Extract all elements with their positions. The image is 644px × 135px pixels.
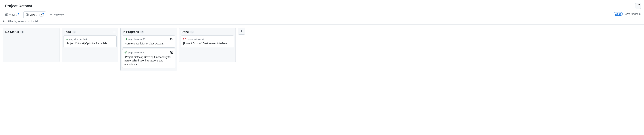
tab-options-button[interactable] (39, 13, 44, 17)
page-title: Project Octocat (3, 4, 32, 8)
filter-input[interactable] (8, 20, 641, 23)
card-item[interactable]: project-octocat #4 [Project Octocat] Opt… (63, 36, 116, 47)
column-no-status[interactable]: No Status 0 (3, 28, 60, 62)
column-todo[interactable]: Todo 1 project-octocat #4 [Project Octoc… (62, 28, 118, 62)
svg-rect-3 (26, 14, 28, 16)
unsaved-dot-icon (18, 13, 19, 15)
svg-point-7 (66, 38, 67, 39)
column-title: Todo (64, 30, 71, 34)
plus-icon (50, 13, 52, 16)
column-title: Done (182, 30, 189, 34)
settings-button[interactable] (635, 3, 641, 9)
card-ref: project-octocat #3 (128, 51, 146, 54)
column-menu-button[interactable] (230, 31, 233, 34)
give-feedback-link[interactable]: Give feedback (625, 13, 641, 15)
card-item[interactable]: project-octocat #1 Front-end work for Pr… (122, 36, 175, 48)
gear-icon (637, 4, 640, 8)
table-icon (5, 13, 8, 17)
svg-rect-0 (6, 14, 8, 16)
column-done[interactable]: Done 1 project-octocat #2 [Project Octoc… (179, 28, 236, 62)
open-issue-icon (124, 38, 127, 41)
card-ref: project-octocat #4 (69, 38, 87, 40)
count-badge: 0 (20, 31, 24, 34)
svg-point-12 (125, 52, 126, 53)
column-title: No Status (5, 30, 19, 34)
add-column-button[interactable] (238, 28, 245, 35)
card-title: Front-end work for Project Octocat (124, 42, 173, 46)
tab-label: View 1 (9, 13, 17, 16)
column-title: In Progress (123, 30, 139, 34)
board-icon (26, 13, 29, 17)
search-icon (3, 20, 6, 23)
open-issue-icon (124, 51, 127, 54)
column-menu-button[interactable] (172, 31, 174, 34)
new-view-button[interactable]: New view (48, 12, 67, 18)
board: No Status 0 Todo 1 project-octocat #4 (0, 25, 644, 74)
card-item[interactable]: project-octocat #2 [Project Octocat] Des… (181, 36, 234, 47)
card-title: [Project Octocat] Optimize for mobile (66, 42, 114, 45)
count-badge: 1 (72, 31, 76, 34)
open-issue-icon (66, 38, 68, 41)
closed-issue-icon (183, 38, 186, 41)
column-menu-button[interactable] (113, 31, 116, 34)
count-badge: 1 (190, 31, 194, 34)
card-title: [Project Octocat] Design user interface (183, 42, 232, 45)
assignee-avatar[interactable] (170, 38, 173, 41)
tab-label: View 2 (30, 13, 38, 16)
plus-icon (240, 30, 243, 33)
assignee-avatar[interactable] (170, 51, 173, 54)
alpha-badge: Alpha (614, 12, 623, 16)
column-in-progress[interactable]: In Progress 2 project-octocat #1 Front-e (120, 28, 177, 71)
card-item[interactable]: project-octocat #3 [Project Octocat] Dev… (122, 49, 175, 68)
card-ref: project-octocat #2 (187, 38, 204, 40)
tab-view-2[interactable]: View 2 (23, 11, 46, 18)
count-badge: 2 (140, 31, 144, 34)
unsaved-dot-icon (42, 13, 44, 14)
tab-view-1[interactable]: View 1 (3, 12, 22, 18)
new-view-label: New view (54, 13, 64, 16)
svg-point-9 (125, 39, 126, 39)
card-ref: project-octocat #1 (128, 38, 146, 40)
card-title: [Project Octocat] Develop functionality … (124, 55, 173, 66)
